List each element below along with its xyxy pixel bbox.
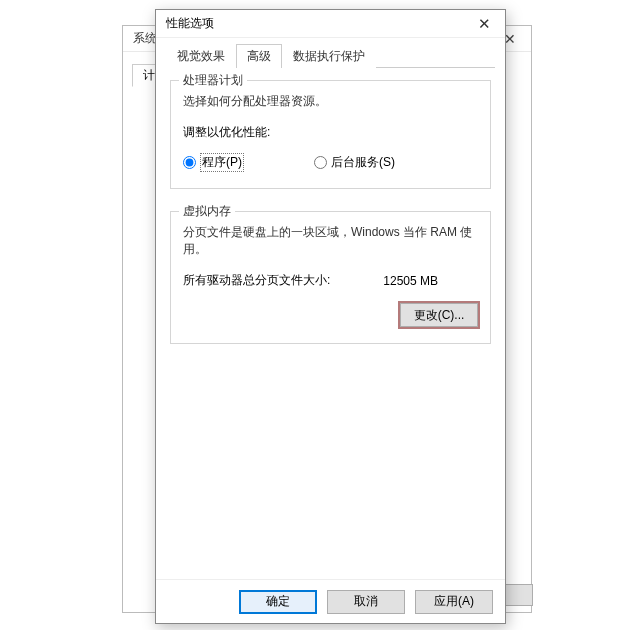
radio-services-input[interactable] xyxy=(314,156,327,169)
processor-desc: 选择如何分配处理器资源。 xyxy=(183,93,478,110)
vm-total-value: 12505 MB xyxy=(383,274,478,288)
radio-programs-label: 程序(P) xyxy=(200,153,244,172)
tab-label: 视觉效果 xyxy=(177,49,225,63)
dialog-footer: 确定 取消 应用(A) xyxy=(156,579,505,623)
apply-button[interactable]: 应用(A) xyxy=(415,590,493,614)
close-icon: ✕ xyxy=(478,15,491,33)
ok-label: 确定 xyxy=(266,594,290,608)
vm-total-label: 所有驱动器总分页文件大小: xyxy=(183,272,330,289)
titlebar: 性能选项 ✕ xyxy=(156,10,505,38)
content-area: 处理器计划 选择如何分配处理器资源。 调整以优化性能: 程序(P) 后台服务(S… xyxy=(156,68,505,579)
ok-button[interactable]: 确定 xyxy=(239,590,317,614)
radio-background-services[interactable]: 后台服务(S) xyxy=(314,154,395,171)
radio-row: 程序(P) 后台服务(S) xyxy=(183,153,478,172)
group-legend: 处理器计划 xyxy=(179,72,247,89)
tab-visual-effects[interactable]: 视觉效果 xyxy=(166,44,236,68)
tab-advanced[interactable]: 高级 xyxy=(236,44,282,68)
radio-services-label: 后台服务(S) xyxy=(331,154,395,171)
group-legend: 虚拟内存 xyxy=(179,203,235,220)
dialog-title: 性能选项 xyxy=(166,15,214,32)
tab-label: 高级 xyxy=(247,49,271,63)
change-button[interactable]: 更改(C)... xyxy=(400,303,478,327)
adjust-label: 调整以优化性能: xyxy=(183,124,478,141)
tab-label: 数据执行保护 xyxy=(293,49,365,63)
close-button[interactable]: ✕ xyxy=(463,10,505,38)
cancel-button[interactable]: 取消 xyxy=(327,590,405,614)
radio-programs[interactable]: 程序(P) xyxy=(183,153,244,172)
tab-dep[interactable]: 数据执行保护 xyxy=(282,44,376,68)
radio-programs-input[interactable] xyxy=(183,156,196,169)
tab-strip: 视觉效果 高级 数据执行保护 xyxy=(156,38,505,68)
vm-total-row: 所有驱动器总分页文件大小: 12505 MB xyxy=(183,272,478,289)
group-processor-scheduling: 处理器计划 选择如何分配处理器资源。 调整以优化性能: 程序(P) 后台服务(S… xyxy=(170,80,491,189)
vm-desc: 分页文件是硬盘上的一块区域，Windows 当作 RAM 使用。 xyxy=(183,224,478,258)
performance-options-dialog: 性能选项 ✕ 视觉效果 高级 数据执行保护 处理器计划 选择如何分配处理器资源。… xyxy=(155,9,506,624)
apply-label: 应用(A) xyxy=(434,594,474,608)
group-virtual-memory: 虚拟内存 分页文件是硬盘上的一块区域，Windows 当作 RAM 使用。 所有… xyxy=(170,211,491,344)
bg-title-text: 系统 xyxy=(133,30,157,47)
change-wrap: 更改(C)... xyxy=(183,303,478,327)
cancel-label: 取消 xyxy=(354,594,378,608)
change-button-label: 更改(C)... xyxy=(414,308,465,322)
